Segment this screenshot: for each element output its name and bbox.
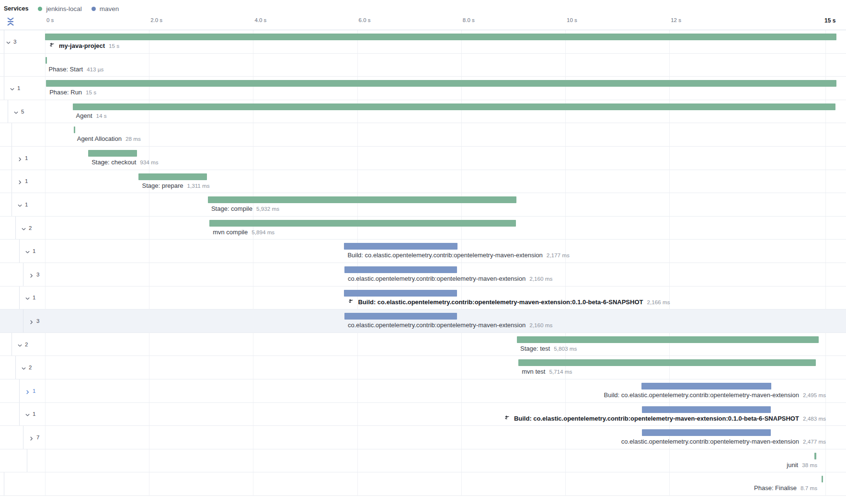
chevron-right-icon[interactable] bbox=[29, 435, 34, 440]
span-bar[interactable] bbox=[814, 453, 816, 459]
span-row[interactable]: 7co.elastic.opentelemetry.contrib:opente… bbox=[0, 426, 846, 449]
span-row[interactable]: 1Build: co.elastic.opentelemetry.contrib… bbox=[0, 240, 846, 263]
chevron-right-icon[interactable] bbox=[17, 178, 23, 184]
span-row[interactable]: junit38 ms bbox=[0, 449, 846, 473]
collapse-all-button[interactable] bbox=[6, 17, 15, 26]
span-row[interactable]: 5Agent14 s bbox=[0, 100, 846, 124]
span-bar[interactable] bbox=[88, 150, 137, 157]
chevron-down-icon[interactable] bbox=[21, 365, 27, 370]
span-name-text[interactable]: Build: co.elastic.opentelemetry.contrib:… bbox=[358, 298, 643, 306]
span-bar[interactable] bbox=[642, 406, 771, 413]
chevron-right-icon[interactable] bbox=[29, 318, 34, 324]
span-bar[interactable] bbox=[208, 196, 516, 203]
chevron-down-icon[interactable] bbox=[17, 202, 23, 207]
span-row[interactable]: 3co.elastic.opentelemetry.contrib:opente… bbox=[0, 309, 846, 333]
span-label[interactable]: co.elastic.opentelemetry.contrib:opentel… bbox=[348, 275, 552, 282]
span-name-text[interactable]: co.elastic.opentelemetry.contrib:opentel… bbox=[621, 438, 799, 445]
chevron-right-icon[interactable] bbox=[25, 388, 31, 394]
span-name-text[interactable]: my-java-project bbox=[59, 42, 105, 49]
span-name-text[interactable]: Stage: prepare bbox=[142, 182, 183, 189]
span-name-text[interactable]: Phase: Start bbox=[49, 66, 83, 73]
span-label[interactable]: Agent14 s bbox=[76, 112, 107, 119]
span-name-text[interactable]: Agent Allocation bbox=[77, 135, 122, 142]
span-bar[interactable] bbox=[45, 34, 836, 40]
span-row[interactable]: 3my-java-project15 s bbox=[0, 30, 846, 54]
span-bar[interactable] bbox=[641, 383, 771, 389]
chevron-right-icon[interactable] bbox=[29, 272, 34, 277]
span-bar[interactable] bbox=[74, 126, 75, 133]
span-bar[interactable] bbox=[517, 336, 819, 343]
span-row[interactable]: Phase: Finalise8.7 ms bbox=[0, 472, 846, 496]
span-label[interactable]: Agent Allocation28 ms bbox=[77, 135, 141, 142]
span-name-text[interactable]: Phase: Finalise bbox=[754, 484, 797, 492]
chevron-down-icon[interactable] bbox=[25, 411, 31, 417]
span-label[interactable]: Build: co.elastic.opentelemetry.contrib:… bbox=[604, 391, 826, 399]
span-bar[interactable] bbox=[344, 266, 457, 273]
span-row[interactable]: 1Phase: Run15 s bbox=[0, 77, 846, 100]
span-row[interactable]: 1Build: co.elastic.opentelemetry.contrib… bbox=[0, 379, 846, 403]
span-bar[interactable] bbox=[518, 359, 816, 366]
span-bar[interactable] bbox=[46, 57, 47, 64]
span-bar[interactable] bbox=[344, 313, 457, 320]
span-row[interactable]: 1Stage: checkout934 ms bbox=[0, 147, 846, 170]
span-bar[interactable] bbox=[46, 80, 836, 87]
span-bar[interactable] bbox=[822, 476, 823, 482]
span-label[interactable]: Stage: prepare1,311 ms bbox=[142, 182, 209, 189]
span-label[interactable]: my-java-project15 s bbox=[48, 42, 119, 49]
span-name-text[interactable]: Build: co.elastic.opentelemetry.contrib:… bbox=[514, 415, 799, 422]
span-row[interactable]: Phase: Start413 µs bbox=[0, 54, 846, 77]
span-label[interactable]: Build: co.elastic.opentelemetry.contrib:… bbox=[347, 298, 670, 306]
chevron-down-icon[interactable] bbox=[10, 85, 15, 91]
chevron-down-icon[interactable] bbox=[25, 295, 31, 300]
span-label[interactable]: Build: co.elastic.opentelemetry.contrib:… bbox=[347, 252, 569, 259]
span-name-text[interactable]: co.elastic.opentelemetry.contrib:opentel… bbox=[348, 275, 526, 282]
span-name-text[interactable]: Phase: Run bbox=[49, 89, 82, 96]
span-label[interactable]: Phase: Start413 µs bbox=[49, 66, 104, 73]
span-name-text[interactable]: mvn test bbox=[522, 368, 545, 375]
span-row[interactable]: 2mvn test5,714 ms bbox=[0, 356, 846, 379]
span-name-text[interactable]: mvn compile bbox=[213, 229, 248, 236]
span-label[interactable]: Stage: checkout934 ms bbox=[91, 159, 159, 166]
span-name-text[interactable]: Stage: test bbox=[520, 345, 550, 352]
span-name-text[interactable]: Build: co.elastic.opentelemetry.contrib:… bbox=[347, 252, 542, 259]
span-name-text[interactable]: Agent bbox=[76, 112, 92, 119]
span-bar[interactable] bbox=[209, 220, 516, 227]
span-name-text[interactable]: Build: co.elastic.opentelemetry.contrib:… bbox=[604, 391, 799, 399]
span-label[interactable]: Phase: Run15 s bbox=[49, 89, 96, 96]
span-label[interactable]: co.elastic.opentelemetry.contrib:opentel… bbox=[621, 438, 826, 445]
span-label[interactable]: mvn test5,714 ms bbox=[522, 368, 572, 375]
span-row[interactable]: 1Stage: prepare1,311 ms bbox=[0, 170, 846, 194]
span-label[interactable]: Stage: compile5,932 ms bbox=[211, 205, 279, 212]
chevron-down-icon[interactable] bbox=[25, 248, 31, 254]
span-bar[interactable] bbox=[642, 429, 771, 436]
span-bar[interactable] bbox=[138, 173, 206, 180]
chevron-right-icon[interactable] bbox=[17, 155, 23, 161]
chevron-down-icon[interactable] bbox=[6, 39, 11, 45]
chevron-down-icon[interactable] bbox=[21, 225, 27, 231]
span-label[interactable]: Stage: test5,803 ms bbox=[520, 345, 577, 352]
span-row[interactable]: 1Stage: compile5,932 ms bbox=[0, 193, 846, 217]
span-bar[interactable] bbox=[344, 243, 457, 250]
span-row[interactable]: Agent Allocation28 ms bbox=[0, 123, 846, 147]
span-name-text[interactable]: co.elastic.opentelemetry.contrib:opentel… bbox=[348, 321, 526, 329]
span-row[interactable]: 2Stage: test5,803 ms bbox=[0, 333, 846, 356]
chevron-down-icon[interactable] bbox=[13, 109, 19, 115]
legend-item-jenkins-local[interactable]: jenkins-local bbox=[38, 5, 81, 12]
span-row[interactable]: 3co.elastic.opentelemetry.contrib:opente… bbox=[0, 263, 846, 286]
span-name-text[interactable]: Stage: compile bbox=[211, 205, 252, 212]
span-label[interactable]: Phase: Finalise8.7 ms bbox=[754, 484, 817, 492]
legend-item-maven[interactable]: maven bbox=[91, 5, 119, 12]
chevron-down-icon[interactable] bbox=[17, 342, 23, 347]
span-name-text[interactable]: junit bbox=[787, 461, 798, 469]
span-row[interactable]: 1Build: co.elastic.opentelemetry.contrib… bbox=[0, 286, 846, 310]
indent-guide bbox=[11, 147, 12, 170]
span-label[interactable]: co.elastic.opentelemetry.contrib:opentel… bbox=[348, 321, 552, 329]
span-label[interactable]: junit38 ms bbox=[787, 461, 817, 469]
span-label[interactable]: mvn compile5,894 ms bbox=[213, 229, 274, 236]
span-bar[interactable] bbox=[73, 103, 835, 110]
span-row[interactable]: 2mvn compile5,894 ms bbox=[0, 217, 846, 240]
span-bar[interactable] bbox=[344, 290, 457, 297]
span-row[interactable]: 1Build: co.elastic.opentelemetry.contrib… bbox=[0, 403, 846, 426]
span-name-text[interactable]: Stage: checkout bbox=[91, 159, 136, 166]
span-label[interactable]: Build: co.elastic.opentelemetry.contrib:… bbox=[503, 415, 826, 422]
